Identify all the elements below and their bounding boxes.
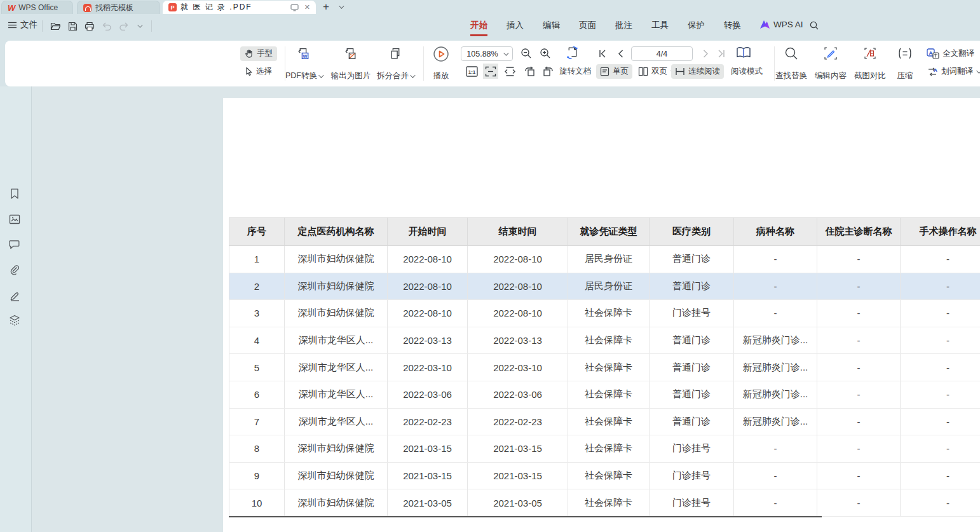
table-cell: 普通门诊 (650, 246, 734, 273)
monitor-icon[interactable] (290, 4, 299, 11)
fit-width-button[interactable] (502, 64, 517, 79)
table-cell: 深圳市龙华区人... (285, 408, 388, 435)
tab-label: 找稻壳模板 (95, 3, 133, 13)
first-page-button[interactable] (595, 46, 610, 61)
select-tool-label: 选择 (256, 66, 272, 77)
document-view-area[interactable]: 序号定点医药机构名称开始时间结束时间就诊凭证类型医疗类别病种名称住院主诊断名称手… (32, 86, 980, 532)
table-cell: 2022-03-13 (388, 327, 468, 354)
table-cell: - (817, 408, 901, 435)
table-cell: 7 (229, 408, 285, 435)
rotate-left-button[interactable] (522, 64, 538, 79)
tab-pdf-document[interactable]: P 就 医 记 录 .PDF ✕ (163, 1, 316, 14)
table-cell: - (901, 435, 980, 463)
tab-list-dropdown[interactable] (339, 0, 343, 14)
previous-page-button[interactable] (613, 46, 628, 61)
undo-icon[interactable] (100, 19, 114, 33)
double-page-label: 双页 (651, 66, 667, 77)
table-cell: 2021-03-15 (388, 462, 468, 489)
play-button[interactable]: 播放 (427, 44, 455, 83)
redo-icon[interactable] (117, 19, 131, 33)
cursor-icon (244, 67, 253, 76)
menu-tab-8[interactable]: 转换 (724, 20, 741, 36)
continuous-read-label: 连续阅读 (688, 66, 720, 77)
find-replace-label: 查找替换 (775, 71, 807, 81)
zoom-out-icon (521, 48, 532, 59)
screenshot-compare-button[interactable]: 截图对比 (850, 44, 890, 83)
layers-icon[interactable] (8, 314, 21, 327)
chevron-down-icon (318, 72, 323, 78)
table-cell: 3 (229, 300, 285, 327)
svg-text:A: A (934, 67, 937, 73)
file-menu-button[interactable]: 文件 (8, 19, 37, 31)
column-header: 住院主诊断名称 (817, 218, 901, 246)
thumbnail-icon[interactable] (8, 213, 21, 226)
comment-icon[interactable] (8, 238, 21, 251)
signature-icon[interactable] (8, 289, 21, 302)
zoom-level-combobox[interactable]: 105.88% (461, 46, 513, 61)
menu-tab-6[interactable]: 工具 (651, 20, 669, 36)
rotate-document-label[interactable]: 旋转文档 (555, 64, 595, 79)
export-image-button[interactable]: 输出为图片 (328, 44, 374, 83)
docer-icon (83, 4, 92, 12)
zoom-out-button[interactable] (519, 46, 534, 61)
zoom-in-button[interactable] (538, 46, 553, 61)
next-page-button[interactable] (698, 46, 713, 61)
continuous-read-button[interactable]: 连续阅读 (671, 64, 724, 79)
last-page-button[interactable] (713, 46, 728, 61)
print-icon[interactable] (83, 19, 97, 33)
split-merge-button[interactable]: 拆分合并 (372, 44, 418, 83)
rotate-document-icon[interactable] (564, 44, 582, 62)
word-translate-button[interactable]: A 划词翻译 (923, 64, 980, 79)
new-tab-button[interactable]: + (323, 0, 329, 14)
search-icon[interactable] (807, 18, 821, 32)
page-number-input[interactable]: 4/4 (631, 46, 693, 61)
table-cell: 1 (229, 246, 285, 273)
read-mode-icon[interactable] (735, 45, 752, 60)
compress-button[interactable]: 压缩 (890, 44, 920, 83)
table-row: 1深圳市妇幼保健院2022-08-102022-08-10居民身份证普通门诊--… (229, 246, 980, 273)
menu-tab-2[interactable]: 插入 (507, 20, 524, 36)
table-cell: 深圳市龙华区人... (285, 354, 388, 381)
actual-size-button[interactable]: 1:1 (464, 64, 479, 79)
edit-content-button[interactable]: 编辑内容 (811, 44, 850, 83)
tab-docer-templates[interactable]: 找稻壳模板 (77, 1, 160, 14)
hand-tool-label: 手型 (257, 48, 273, 59)
rotate-right-button[interactable] (540, 64, 555, 79)
fit-page-button[interactable] (483, 64, 498, 79)
table-cell: - (817, 327, 901, 354)
file-menu-label: 文件 (20, 19, 37, 31)
save-icon[interactable] (65, 19, 79, 33)
open-folder-icon[interactable] (48, 19, 62, 33)
table-row: 7深圳市龙华区人...2022-02-232022-02-23社会保障卡普通门诊… (229, 408, 980, 435)
single-page-button[interactable]: 单页 (596, 64, 632, 79)
table-cell: - (901, 462, 980, 489)
read-mode-button[interactable]: 阅读模式 (727, 64, 766, 79)
close-icon[interactable]: ✕ (304, 3, 310, 11)
table-cell: - (734, 489, 817, 517)
attachment-icon[interactable] (8, 264, 21, 276)
quick-access-dropdown[interactable] (134, 19, 144, 33)
hand-tool-button[interactable]: 手型 (240, 46, 277, 61)
zoom-in-icon (540, 48, 551, 59)
table-cell: - (817, 489, 901, 517)
menu-tab-7[interactable]: 保护 (688, 20, 705, 36)
ribbon-toolbar: 手型 选择 W PDF转换 输出为图片 拆分合并 (5, 41, 980, 86)
pdf-convert-button[interactable]: W PDF转换 (280, 44, 328, 83)
compress-label: 压缩 (897, 71, 913, 81)
menu-tab-5[interactable]: 批注 (615, 20, 632, 36)
full-translate-icon: A (927, 48, 939, 59)
export-image-label: 输出为图片 (331, 71, 371, 81)
full-translate-button[interactable]: A 全文翻译 (923, 46, 978, 61)
wps-ai-button[interactable]: WPS AI (760, 20, 803, 29)
select-tool-button[interactable]: 选择 (240, 64, 277, 79)
bookmark-icon[interactable] (8, 188, 21, 200)
menu-tab-4[interactable]: 页面 (579, 20, 596, 36)
menu-tab-1[interactable]: 开始 (470, 20, 487, 36)
tab-wps-home[interactable]: W WPS Office (1, 1, 73, 14)
menu-tab-3[interactable]: 编辑 (543, 20, 560, 36)
table-cell: 新冠肺炎门诊... (734, 354, 817, 381)
table-cell: - (817, 435, 901, 463)
table-cell: - (817, 354, 901, 381)
find-replace-button[interactable]: 查找替换 (772, 44, 811, 83)
edit-content-label: 编辑内容 (815, 71, 847, 81)
